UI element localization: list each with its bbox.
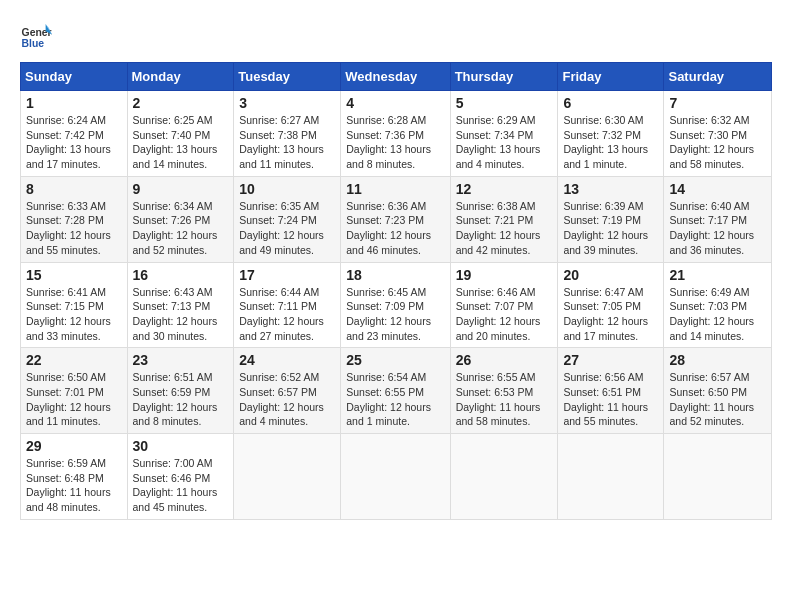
calendar-cell <box>450 434 558 520</box>
day-number: 4 <box>346 95 444 111</box>
calendar-cell: 29Sunrise: 6:59 AMSunset: 6:48 PMDayligh… <box>21 434 128 520</box>
calendar-cell: 16Sunrise: 6:43 AMSunset: 7:13 PMDayligh… <box>127 262 234 348</box>
calendar-cell: 7Sunrise: 6:32 AMSunset: 7:30 PMDaylight… <box>664 91 772 177</box>
day-info: Sunrise: 6:44 AMSunset: 7:11 PMDaylight:… <box>239 285 335 344</box>
day-info: Sunrise: 6:33 AMSunset: 7:28 PMDaylight:… <box>26 199 122 258</box>
day-number: 21 <box>669 267 766 283</box>
day-info: Sunrise: 6:57 AMSunset: 6:50 PMDaylight:… <box>669 370 766 429</box>
day-number: 5 <box>456 95 553 111</box>
day-info: Sunrise: 6:43 AMSunset: 7:13 PMDaylight:… <box>133 285 229 344</box>
day-info: Sunrise: 6:29 AMSunset: 7:34 PMDaylight:… <box>456 113 553 172</box>
day-number: 30 <box>133 438 229 454</box>
calendar-cell: 4Sunrise: 6:28 AMSunset: 7:36 PMDaylight… <box>341 91 450 177</box>
page-header: General Blue <box>20 20 772 52</box>
day-number: 26 <box>456 352 553 368</box>
day-info: Sunrise: 6:45 AMSunset: 7:09 PMDaylight:… <box>346 285 444 344</box>
calendar-cell: 14Sunrise: 6:40 AMSunset: 7:17 PMDayligh… <box>664 176 772 262</box>
calendar-cell: 25Sunrise: 6:54 AMSunset: 6:55 PMDayligh… <box>341 348 450 434</box>
calendar-cell: 18Sunrise: 6:45 AMSunset: 7:09 PMDayligh… <box>341 262 450 348</box>
calendar-cell <box>558 434 664 520</box>
calendar-cell: 30Sunrise: 7:00 AMSunset: 6:46 PMDayligh… <box>127 434 234 520</box>
calendar-cell: 23Sunrise: 6:51 AMSunset: 6:59 PMDayligh… <box>127 348 234 434</box>
day-info: Sunrise: 6:59 AMSunset: 6:48 PMDaylight:… <box>26 456 122 515</box>
calendar-cell: 5Sunrise: 6:29 AMSunset: 7:34 PMDaylight… <box>450 91 558 177</box>
day-info: Sunrise: 6:30 AMSunset: 7:32 PMDaylight:… <box>563 113 658 172</box>
day-number: 14 <box>669 181 766 197</box>
calendar-cell: 8Sunrise: 6:33 AMSunset: 7:28 PMDaylight… <box>21 176 128 262</box>
calendar-cell: 21Sunrise: 6:49 AMSunset: 7:03 PMDayligh… <box>664 262 772 348</box>
day-info: Sunrise: 6:55 AMSunset: 6:53 PMDaylight:… <box>456 370 553 429</box>
calendar-cell: 24Sunrise: 6:52 AMSunset: 6:57 PMDayligh… <box>234 348 341 434</box>
calendar-cell: 28Sunrise: 6:57 AMSunset: 6:50 PMDayligh… <box>664 348 772 434</box>
calendar-cell: 3Sunrise: 6:27 AMSunset: 7:38 PMDaylight… <box>234 91 341 177</box>
calendar-cell: 9Sunrise: 6:34 AMSunset: 7:26 PMDaylight… <box>127 176 234 262</box>
day-number: 8 <box>26 181 122 197</box>
day-info: Sunrise: 6:35 AMSunset: 7:24 PMDaylight:… <box>239 199 335 258</box>
day-info: Sunrise: 7:00 AMSunset: 6:46 PMDaylight:… <box>133 456 229 515</box>
calendar-cell: 20Sunrise: 6:47 AMSunset: 7:05 PMDayligh… <box>558 262 664 348</box>
calendar-cell: 27Sunrise: 6:56 AMSunset: 6:51 PMDayligh… <box>558 348 664 434</box>
day-info: Sunrise: 6:38 AMSunset: 7:21 PMDaylight:… <box>456 199 553 258</box>
day-info: Sunrise: 6:39 AMSunset: 7:19 PMDaylight:… <box>563 199 658 258</box>
calendar-week-2: 8Sunrise: 6:33 AMSunset: 7:28 PMDaylight… <box>21 176 772 262</box>
calendar-cell: 26Sunrise: 6:55 AMSunset: 6:53 PMDayligh… <box>450 348 558 434</box>
day-number: 18 <box>346 267 444 283</box>
day-info: Sunrise: 6:25 AMSunset: 7:40 PMDaylight:… <box>133 113 229 172</box>
day-info: Sunrise: 6:41 AMSunset: 7:15 PMDaylight:… <box>26 285 122 344</box>
day-number: 27 <box>563 352 658 368</box>
calendar-cell <box>234 434 341 520</box>
day-number: 13 <box>563 181 658 197</box>
calendar-cell: 12Sunrise: 6:38 AMSunset: 7:21 PMDayligh… <box>450 176 558 262</box>
col-thursday: Thursday <box>450 63 558 91</box>
calendar-cell: 17Sunrise: 6:44 AMSunset: 7:11 PMDayligh… <box>234 262 341 348</box>
day-number: 10 <box>239 181 335 197</box>
day-info: Sunrise: 6:40 AMSunset: 7:17 PMDaylight:… <box>669 199 766 258</box>
day-number: 15 <box>26 267 122 283</box>
calendar-cell: 13Sunrise: 6:39 AMSunset: 7:19 PMDayligh… <box>558 176 664 262</box>
day-number: 28 <box>669 352 766 368</box>
day-number: 20 <box>563 267 658 283</box>
svg-text:Blue: Blue <box>22 38 45 49</box>
calendar-cell: 15Sunrise: 6:41 AMSunset: 7:15 PMDayligh… <box>21 262 128 348</box>
day-number: 22 <box>26 352 122 368</box>
day-info: Sunrise: 6:28 AMSunset: 7:36 PMDaylight:… <box>346 113 444 172</box>
col-saturday: Saturday <box>664 63 772 91</box>
calendar-cell: 11Sunrise: 6:36 AMSunset: 7:23 PMDayligh… <box>341 176 450 262</box>
day-number: 29 <box>26 438 122 454</box>
day-info: Sunrise: 6:54 AMSunset: 6:55 PMDaylight:… <box>346 370 444 429</box>
day-info: Sunrise: 6:49 AMSunset: 7:03 PMDaylight:… <box>669 285 766 344</box>
calendar-cell <box>341 434 450 520</box>
col-tuesday: Tuesday <box>234 63 341 91</box>
calendar-cell: 22Sunrise: 6:50 AMSunset: 7:01 PMDayligh… <box>21 348 128 434</box>
day-info: Sunrise: 6:36 AMSunset: 7:23 PMDaylight:… <box>346 199 444 258</box>
calendar-cell: 6Sunrise: 6:30 AMSunset: 7:32 PMDaylight… <box>558 91 664 177</box>
day-number: 19 <box>456 267 553 283</box>
day-info: Sunrise: 6:52 AMSunset: 6:57 PMDaylight:… <box>239 370 335 429</box>
day-info: Sunrise: 6:27 AMSunset: 7:38 PMDaylight:… <box>239 113 335 172</box>
day-info: Sunrise: 6:24 AMSunset: 7:42 PMDaylight:… <box>26 113 122 172</box>
calendar-cell: 2Sunrise: 6:25 AMSunset: 7:40 PMDaylight… <box>127 91 234 177</box>
day-info: Sunrise: 6:46 AMSunset: 7:07 PMDaylight:… <box>456 285 553 344</box>
day-number: 23 <box>133 352 229 368</box>
day-number: 24 <box>239 352 335 368</box>
col-friday: Friday <box>558 63 664 91</box>
day-info: Sunrise: 6:47 AMSunset: 7:05 PMDaylight:… <box>563 285 658 344</box>
day-number: 7 <box>669 95 766 111</box>
logo: General Blue <box>20 20 56 52</box>
day-info: Sunrise: 6:51 AMSunset: 6:59 PMDaylight:… <box>133 370 229 429</box>
day-number: 1 <box>26 95 122 111</box>
col-monday: Monday <box>127 63 234 91</box>
day-number: 17 <box>239 267 335 283</box>
calendar-cell <box>664 434 772 520</box>
calendar-week-5: 29Sunrise: 6:59 AMSunset: 6:48 PMDayligh… <box>21 434 772 520</box>
calendar-week-3: 15Sunrise: 6:41 AMSunset: 7:15 PMDayligh… <box>21 262 772 348</box>
day-info: Sunrise: 6:34 AMSunset: 7:26 PMDaylight:… <box>133 199 229 258</box>
day-info: Sunrise: 6:50 AMSunset: 7:01 PMDaylight:… <box>26 370 122 429</box>
day-number: 3 <box>239 95 335 111</box>
calendar-cell: 1Sunrise: 6:24 AMSunset: 7:42 PMDaylight… <box>21 91 128 177</box>
calendar-week-4: 22Sunrise: 6:50 AMSunset: 7:01 PMDayligh… <box>21 348 772 434</box>
day-number: 25 <box>346 352 444 368</box>
day-info: Sunrise: 6:56 AMSunset: 6:51 PMDaylight:… <box>563 370 658 429</box>
calendar-cell: 10Sunrise: 6:35 AMSunset: 7:24 PMDayligh… <box>234 176 341 262</box>
col-sunday: Sunday <box>21 63 128 91</box>
